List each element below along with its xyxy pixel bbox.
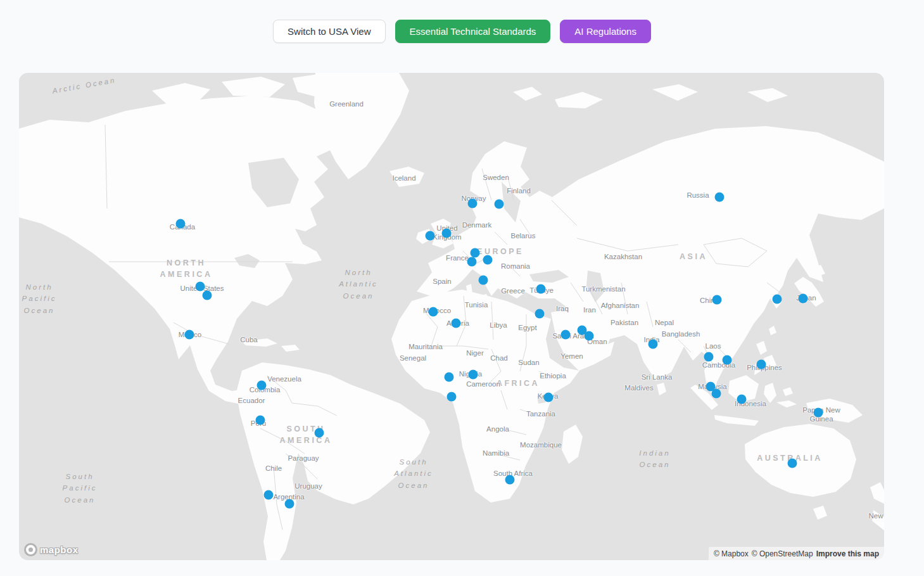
switch-usa-view-button[interactable]: Switch to USA View: [273, 20, 385, 43]
marker-ireland[interactable]: [426, 231, 435, 241]
mapbox-logo-text: mapbox: [40, 544, 79, 555]
marker-canada[interactable]: [176, 219, 186, 229]
technical-standards-button[interactable]: Essential Technical Standards: [395, 20, 551, 43]
marker-equatorial-guinea[interactable]: [447, 392, 457, 402]
marker-russia[interactable]: [715, 193, 725, 202]
marker-thailand[interactable]: [704, 352, 714, 362]
marker-germany[interactable]: [471, 248, 480, 258]
marker-austria[interactable]: [483, 255, 493, 265]
marker-south-korea[interactable]: [773, 295, 782, 304]
osm-attribution-link[interactable]: © OpenStreetMap: [752, 549, 813, 558]
marker-saudi-arabia[interactable]: [561, 330, 571, 340]
marker-ghana[interactable]: [445, 373, 454, 382]
marker-mexico[interactable]: [185, 330, 194, 340]
marker-colombia[interactable]: [257, 381, 267, 390]
marker-united-states[interactable]: [196, 282, 205, 291]
marker-australia[interactable]: [788, 459, 797, 468]
marker-t-rkiye[interactable]: [536, 285, 546, 294]
marker-japan[interactable]: [799, 294, 808, 304]
marker-france[interactable]: [467, 257, 477, 267]
marker-vietnam[interactable]: [723, 355, 732, 365]
improve-map-link[interactable]: Improve this map: [816, 549, 879, 558]
marker-brazil[interactable]: [315, 428, 324, 438]
marker-united-states[interactable]: [203, 291, 212, 300]
mapbox-logo[interactable]: mapbox: [24, 543, 79, 556]
marker-argentina[interactable]: [285, 499, 294, 509]
marker-india[interactable]: [649, 340, 658, 349]
marker-south-africa[interactable]: [505, 475, 515, 485]
world-map-canvas[interactable]: Arctic OceanNorth Pacific OceanNorth Atl…: [19, 73, 884, 560]
toolbar: Switch to USA View Essential Technical S…: [0, 20, 924, 43]
mapbox-logo-icon: [24, 543, 37, 556]
marker-indonesia[interactable]: [737, 395, 747, 404]
marker-singapore[interactable]: [712, 389, 721, 399]
mapbox-attribution-link[interactable]: © Mapbox: [714, 549, 749, 558]
marker-kenya[interactable]: [544, 393, 554, 402]
world-map-land: [19, 73, 884, 560]
marker-chile[interactable]: [264, 490, 274, 500]
marker-norway[interactable]: [468, 199, 478, 208]
ai-regulations-button[interactable]: AI Regulations: [560, 20, 651, 43]
marker-israel[interactable]: [535, 309, 545, 319]
marker-morocco[interactable]: [429, 307, 438, 317]
map-attribution: © Mapbox © OpenStreetMap Improve this ma…: [709, 547, 884, 560]
marker-philippines[interactable]: [757, 360, 766, 369]
marker-peru[interactable]: [256, 416, 265, 425]
marker-nigeria[interactable]: [469, 370, 478, 380]
marker-sweden[interactable]: [495, 200, 504, 209]
marker-united-arab-emirates[interactable]: [585, 331, 594, 341]
marker-papua-new-guinea[interactable]: [814, 408, 823, 418]
marker-italy[interactable]: [479, 276, 488, 285]
marker-united-kingdom[interactable]: [442, 229, 452, 238]
marker-china[interactable]: [712, 295, 722, 305]
marker-algeria[interactable]: [452, 319, 461, 328]
